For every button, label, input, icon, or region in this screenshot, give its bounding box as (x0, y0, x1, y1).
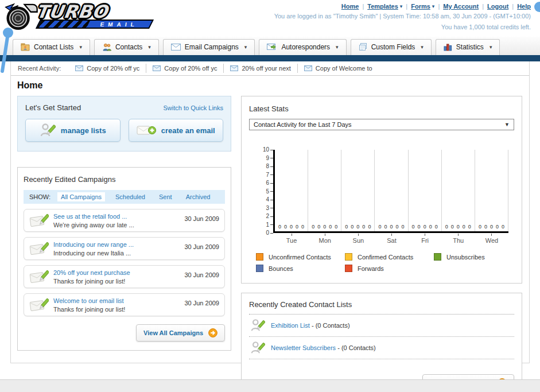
chevron-down-icon: ▾ (421, 44, 424, 50)
tab-label: Custom Fields (371, 43, 415, 51)
chart-value-label: 0 (463, 224, 465, 230)
nav-my-account-link[interactable]: My Account (443, 3, 479, 10)
campaign-row[interactable]: Introducing our new range ... Introducin… (24, 237, 225, 260)
get-started-panel: Let's Get Started Switch to Quick Links … (17, 96, 231, 152)
chart-value-label: 0 (384, 224, 387, 230)
chart-value-label: 0 (378, 224, 381, 230)
campaign-filter-tab[interactable]: All Campaigns (57, 192, 105, 201)
tab-contacts[interactable]: Contacts▾ (94, 39, 159, 55)
tab-email-campaigns[interactable]: Email Campaigns▾ (163, 39, 255, 55)
contact-list-name-link[interactable]: Exhibition List (271, 322, 310, 329)
chart-value-label: 0 (479, 224, 481, 230)
tab-label: Contacts (115, 43, 142, 51)
chevron-down-icon: ▼ (504, 122, 510, 127)
recent-activity-item[interactable]: Copy of 20% off yc (146, 64, 223, 73)
nav-help-link[interactable]: Help (517, 3, 531, 10)
campaign-subtitle: Thanks for joining our list! (53, 278, 180, 285)
contact-list-row[interactable]: Newsletter Subscribers - (0 Contacts) (249, 337, 514, 359)
envelope-pencil-icon (29, 240, 49, 257)
tab-label: Statistics (456, 43, 484, 51)
campaign-filter-tab[interactable]: Scheduled (112, 192, 149, 201)
campaign-row[interactable]: 20% off your next purchase Thanks for jo… (24, 265, 225, 288)
page-title: Home (17, 80, 523, 91)
manage-lists-button[interactable]: manage lists (25, 119, 121, 142)
switch-quick-links[interactable]: Switch to Quick Links (163, 104, 223, 111)
tab-autoresponders[interactable]: Autoresponders▾ (259, 39, 346, 55)
envelope-pencil-icon (29, 269, 49, 285)
legend-swatch (256, 265, 263, 272)
chart-value-label: 0 (278, 224, 281, 230)
campaign-title-link[interactable]: Introducing our new range ... (53, 241, 180, 248)
legend-item: Forwards (345, 265, 434, 272)
chart-value-label: 0 (362, 224, 365, 230)
campaign-filter-tab[interactable]: Sent (156, 192, 176, 201)
chart-y-tick: 6 (266, 180, 273, 187)
navy-divider-bar (0, 55, 540, 61)
chart-y-tick: 1 (266, 222, 273, 228)
tab-custom-fields[interactable]: Custom Fields▾ (351, 39, 432, 55)
chart-day-label: Wed (475, 233, 508, 244)
chart-y-tick: 7 (266, 172, 273, 178)
chart-day-label: Sat (375, 233, 408, 244)
recent-activity-item[interactable]: 20% off your next (223, 64, 297, 73)
recent-activity-label: Recent Activity: (18, 65, 61, 72)
nav-forms-link[interactable]: Forms (411, 3, 430, 10)
nav-templates-link[interactable]: Templates (367, 3, 398, 10)
chart-value-label: 0 (484, 224, 487, 230)
logo-email-bar: EMAIL (36, 20, 154, 29)
chart-value-label: 0 (496, 224, 499, 230)
create-email-button[interactable]: create an email (129, 119, 224, 142)
campaign-title-link[interactable]: Welcome to our email list (53, 297, 180, 304)
tab-statistics[interactable]: Statistics▾ (436, 39, 500, 55)
custom-fields-icon (359, 43, 367, 51)
left-column: Let's Get Started Switch to Quick Links … (17, 96, 231, 351)
view-all-campaigns-button[interactable]: View All Campaigns (136, 324, 225, 341)
chart-day-group: 00000 (475, 150, 508, 231)
chart-day-group: 00000 (409, 150, 442, 231)
chart-value-label: 0 (312, 224, 314, 230)
chart-y-tick: 0 (266, 230, 273, 236)
campaign-row[interactable]: Welcome to our email list Thanks for joi… (24, 293, 225, 316)
campaign-date: 30 Jun 2009 (184, 300, 219, 306)
recent-activity-item[interactable]: Copy of Welcome to (297, 64, 379, 73)
chart-legend: Unconfirmed ContactsConfirmed ContactsUn… (256, 253, 531, 276)
chart-day-group: 00000 (308, 150, 341, 231)
chart-value-label: 0 (323, 224, 326, 230)
legend-item: Unconfirmed Contacts (256, 253, 345, 261)
email-campaigns-icon (171, 44, 181, 51)
envelope-plus-icon (137, 124, 156, 137)
legend-item: Unsubscribes (434, 253, 523, 261)
recent-activity-item[interactable]: Copy of 20% off yc (69, 64, 146, 73)
contact-list-row[interactable]: Exhibition List - (0 Contacts) (249, 315, 514, 337)
nav-logout-link[interactable]: Logout (487, 3, 508, 10)
contact-list-name-link[interactable]: Newsletter Subscribers (271, 344, 336, 351)
tab-contact-lists[interactable]: Contact Lists▾ (13, 39, 90, 55)
statistics-icon (444, 43, 452, 51)
stats-report-select[interactable]: Contact Activity for the Last 7 Days ▼ (249, 119, 514, 130)
chart-plot: 00000000000000000000000000000000000 (273, 150, 508, 233)
header-right: Home| Templates▾| Forms▾| My Account| Lo… (274, 3, 531, 32)
recent-contact-lists-panel: Recently Created Contact Lists Exhibitio… (241, 293, 522, 392)
contact-activity-chart: 109876543210 000000000000000000000000000… (249, 150, 514, 244)
campaign-filter-tab[interactable]: Archived (182, 192, 214, 201)
chevron-down-icon: ▾ (490, 44, 492, 50)
chart-day-label: Sun (341, 233, 375, 244)
legend-swatch (434, 253, 441, 261)
logo-subtitle: EMAIL (88, 21, 151, 28)
campaign-title-link[interactable]: 20% off your next purchase (53, 269, 180, 276)
recent-activity-item-label: Copy of 20% off yc (164, 65, 217, 72)
chart-y-tick: 2 (266, 213, 273, 220)
chart-value-label: 0 (502, 224, 504, 230)
campaign-row[interactable]: See us at the retail food ... We're givi… (24, 209, 225, 232)
logo-text: TURBO EMAIL (34, 3, 154, 29)
recent-activity-item-label: Copy of 20% off yc (87, 65, 139, 72)
campaign-date: 30 Jun 2009 (184, 215, 219, 222)
chevron-down-icon: ▾ (148, 44, 151, 50)
campaigns-title: Recently Edited Campaigns (24, 175, 115, 184)
envelope-icon (304, 65, 312, 71)
nav-separator: | (512, 3, 514, 10)
chart-day-label: Tue (275, 233, 308, 244)
recent-activity-bar: Recent Activity: Copy of 20% off yc Copy… (11, 61, 529, 76)
campaign-title-link[interactable]: See us at the retail food ... (53, 213, 180, 220)
nav-home-link[interactable]: Home (341, 3, 359, 10)
